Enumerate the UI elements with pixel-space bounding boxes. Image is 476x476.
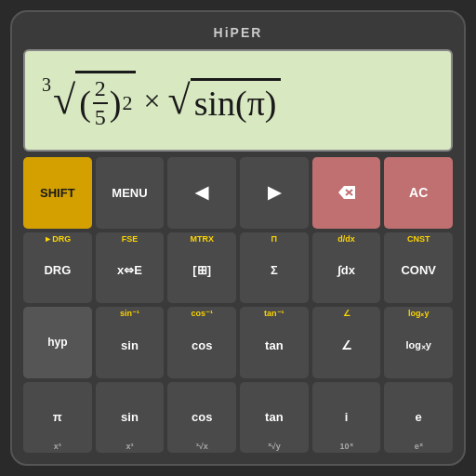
drg-button[interactable]: ►DRG DRG <box>23 232 92 304</box>
imaginary-button[interactable]: i 10ˣ <box>312 382 381 454</box>
display-expression: 3 √ ( 2 5 ) 2 × √ sin(π) <box>42 71 281 131</box>
sqrt-sin: √ sin(π) <box>168 78 281 124</box>
sin-main: sin <box>121 338 139 352</box>
button-row-3: π x³ sin x³ cos ³√x tan ˣ√y i 10ˣ e eˣ <box>23 382 453 454</box>
xe-button[interactable]: FSE x⇔E <box>96 232 165 304</box>
button-row-0: SHIFT MENU ◀ ▶ AC <box>23 157 453 229</box>
hyp-button[interactable]: hyp <box>23 307 92 378</box>
multiply-symbol: × <box>143 84 160 118</box>
ddx-sub: d/dx <box>337 234 355 244</box>
shift-button[interactable]: SHIFT <box>23 157 92 229</box>
button-row-2: hyp sin⁻¹ sin cos⁻¹ cos tan⁻¹ tan ∠ ∠ lo… <box>23 307 453 378</box>
pi-const-main: π <box>53 410 62 424</box>
root-index: 3 <box>42 74 51 96</box>
pi-const-button[interactable]: π x³ <box>23 382 92 454</box>
cos-button[interactable]: cos⁻¹ cos <box>167 307 236 378</box>
sin-text: sin(π) <box>194 83 277 124</box>
radical-content: ( 2 5 ) 2 <box>75 71 136 131</box>
backspace-icon <box>338 186 355 199</box>
logy-sub: logₓy <box>408 309 430 318</box>
tan-button[interactable]: tan⁻¹ tan <box>240 307 309 378</box>
cos-sub: cos⁻¹ <box>191 309 213 318</box>
drg-main: DRG <box>44 263 71 277</box>
tan2-button[interactable]: tan ˣ√y <box>240 382 309 454</box>
mtrx-main: [⊞] <box>192 263 211 277</box>
xe-main: x⇔E <box>117 263 142 277</box>
drg-sub: ►DRG <box>44 234 71 244</box>
cos2-bot: ³√x <box>196 442 208 451</box>
i-main: i <box>345 410 349 424</box>
cube-root: 3 √ ( 2 5 ) 2 <box>42 71 136 131</box>
angle-button[interactable]: ∠ ∠ <box>312 307 381 378</box>
open-paren: ( <box>79 83 91 124</box>
mtrx-sub: MTRX <box>190 234 214 244</box>
close-paren: ) <box>110 83 122 124</box>
conv-button[interactable]: CNST CONV <box>384 232 453 304</box>
tan-main: tan <box>265 338 284 352</box>
pi-sub: Π <box>271 234 278 244</box>
sin2-button[interactable]: sin x³ <box>96 382 165 454</box>
e-bot: eˣ <box>415 442 423 451</box>
integral-button[interactable]: d/dx ∫dx <box>312 232 381 304</box>
cos2-main: cos <box>192 410 212 424</box>
logy-main: logₓy <box>405 339 431 351</box>
e-main: e <box>416 410 422 424</box>
tan2-bot: ˣ√y <box>268 442 281 451</box>
pi-main: Σ <box>271 263 278 277</box>
app-title: HiPER <box>23 23 453 44</box>
conv-sub: CNST <box>407 234 430 244</box>
right-arrow-button[interactable]: ▶ <box>240 157 309 229</box>
sin2-bot: x³ <box>126 442 133 451</box>
numerator: 2 <box>93 75 108 104</box>
tan-sub: tan⁻¹ <box>264 309 284 318</box>
cos-main: cos <box>192 338 212 352</box>
conv-main: CONV <box>401 263 436 277</box>
delete-button[interactable] <box>312 157 381 229</box>
cos2-button[interactable]: cos ³√x <box>167 382 236 454</box>
logy-button[interactable]: logₓy logₓy <box>384 307 453 378</box>
e-const-button[interactable]: e eˣ <box>384 382 453 454</box>
exponent: 2 <box>122 91 132 115</box>
radical-symbol: √ <box>53 80 75 121</box>
button-grid: SHIFT MENU ◀ ▶ AC ►DRG DRG FSE x⇔E <box>23 157 453 453</box>
xe-sub: FSE <box>122 234 139 244</box>
sin-sub: sin⁻¹ <box>120 309 139 318</box>
sin-button[interactable]: sin⁻¹ sin <box>96 307 165 378</box>
pi-button[interactable]: Π Σ <box>240 232 309 304</box>
menu-button[interactable]: MENU <box>96 157 165 229</box>
ddx-main: ∫dx <box>337 263 355 277</box>
ac-button[interactable]: AC <box>384 157 453 229</box>
svg-marker-0 <box>338 186 355 199</box>
fraction: 2 5 <box>93 75 108 131</box>
sin2-main: sin <box>121 410 139 424</box>
angle-main: ∠ <box>341 338 352 352</box>
matrix-button[interactable]: MTRX [⊞] <box>167 232 236 304</box>
pi-bot: x³ <box>54 442 61 451</box>
display-screen: 3 √ ( 2 5 ) 2 × √ sin(π) <box>23 49 453 152</box>
denominator: 5 <box>93 104 108 131</box>
i-bot: 10ˣ <box>340 442 353 451</box>
sin-content: sin(π) <box>191 78 281 124</box>
hyp-label: hyp <box>47 336 67 349</box>
calculator: HiPER 3 √ ( 2 5 ) 2 × √ <box>10 10 466 466</box>
left-arrow-button[interactable]: ◀ <box>167 157 236 229</box>
tan2-main: tan <box>265 410 284 424</box>
button-row-1: ►DRG DRG FSE x⇔E MTRX [⊞] Π Σ d/dx ∫dx C… <box>23 232 453 304</box>
sqrt-symbol: √ <box>168 80 191 121</box>
angle-sub: ∠ <box>343 309 350 318</box>
